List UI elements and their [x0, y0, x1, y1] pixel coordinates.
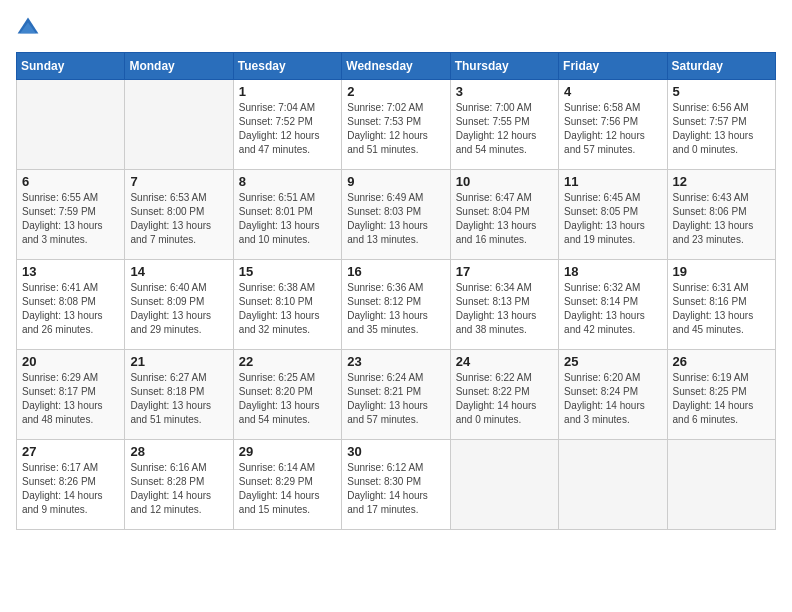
day-info: Sunrise: 6:17 AM Sunset: 8:26 PM Dayligh…: [22, 461, 119, 517]
day-number: 14: [130, 264, 227, 279]
calendar-cell: 16Sunrise: 6:36 AM Sunset: 8:12 PM Dayli…: [342, 260, 450, 350]
day-info: Sunrise: 7:02 AM Sunset: 7:53 PM Dayligh…: [347, 101, 444, 157]
day-number: 26: [673, 354, 770, 369]
day-number: 12: [673, 174, 770, 189]
calendar-cell: 5Sunrise: 6:56 AM Sunset: 7:57 PM Daylig…: [667, 80, 775, 170]
day-number: 30: [347, 444, 444, 459]
calendar-cell: 28Sunrise: 6:16 AM Sunset: 8:28 PM Dayli…: [125, 440, 233, 530]
day-number: 1: [239, 84, 336, 99]
day-number: 16: [347, 264, 444, 279]
day-info: Sunrise: 6:58 AM Sunset: 7:56 PM Dayligh…: [564, 101, 661, 157]
calendar-cell: 27Sunrise: 6:17 AM Sunset: 8:26 PM Dayli…: [17, 440, 125, 530]
page-header: [16, 16, 776, 40]
calendar-cell: 7Sunrise: 6:53 AM Sunset: 8:00 PM Daylig…: [125, 170, 233, 260]
logo-icon: [16, 16, 40, 40]
day-info: Sunrise: 6:55 AM Sunset: 7:59 PM Dayligh…: [22, 191, 119, 247]
weekday-saturday: Saturday: [667, 53, 775, 80]
day-number: 3: [456, 84, 553, 99]
weekday-monday: Monday: [125, 53, 233, 80]
calendar-cell: 19Sunrise: 6:31 AM Sunset: 8:16 PM Dayli…: [667, 260, 775, 350]
weekday-thursday: Thursday: [450, 53, 558, 80]
weekday-tuesday: Tuesday: [233, 53, 341, 80]
calendar-table: SundayMondayTuesdayWednesdayThursdayFrid…: [16, 52, 776, 530]
day-number: 11: [564, 174, 661, 189]
calendar-cell: 25Sunrise: 6:20 AM Sunset: 8:24 PM Dayli…: [559, 350, 667, 440]
day-number: 20: [22, 354, 119, 369]
day-info: Sunrise: 6:19 AM Sunset: 8:25 PM Dayligh…: [673, 371, 770, 427]
calendar-cell: 26Sunrise: 6:19 AM Sunset: 8:25 PM Dayli…: [667, 350, 775, 440]
day-info: Sunrise: 6:49 AM Sunset: 8:03 PM Dayligh…: [347, 191, 444, 247]
day-info: Sunrise: 6:34 AM Sunset: 8:13 PM Dayligh…: [456, 281, 553, 337]
calendar-body: 1Sunrise: 7:04 AM Sunset: 7:52 PM Daylig…: [17, 80, 776, 530]
calendar-cell: [125, 80, 233, 170]
calendar-cell: [450, 440, 558, 530]
day-number: 24: [456, 354, 553, 369]
day-number: 4: [564, 84, 661, 99]
week-row-3: 20Sunrise: 6:29 AM Sunset: 8:17 PM Dayli…: [17, 350, 776, 440]
day-number: 22: [239, 354, 336, 369]
calendar-cell: 21Sunrise: 6:27 AM Sunset: 8:18 PM Dayli…: [125, 350, 233, 440]
day-info: Sunrise: 6:40 AM Sunset: 8:09 PM Dayligh…: [130, 281, 227, 337]
calendar-cell: 11Sunrise: 6:45 AM Sunset: 8:05 PM Dayli…: [559, 170, 667, 260]
calendar-cell: 23Sunrise: 6:24 AM Sunset: 8:21 PM Dayli…: [342, 350, 450, 440]
day-number: 15: [239, 264, 336, 279]
day-info: Sunrise: 6:47 AM Sunset: 8:04 PM Dayligh…: [456, 191, 553, 247]
day-number: 23: [347, 354, 444, 369]
calendar-cell: 20Sunrise: 6:29 AM Sunset: 8:17 PM Dayli…: [17, 350, 125, 440]
day-number: 7: [130, 174, 227, 189]
day-info: Sunrise: 7:04 AM Sunset: 7:52 PM Dayligh…: [239, 101, 336, 157]
day-info: Sunrise: 6:25 AM Sunset: 8:20 PM Dayligh…: [239, 371, 336, 427]
calendar-cell: 22Sunrise: 6:25 AM Sunset: 8:20 PM Dayli…: [233, 350, 341, 440]
day-number: 29: [239, 444, 336, 459]
calendar-cell: 30Sunrise: 6:12 AM Sunset: 8:30 PM Dayli…: [342, 440, 450, 530]
calendar-cell: 24Sunrise: 6:22 AM Sunset: 8:22 PM Dayli…: [450, 350, 558, 440]
day-info: Sunrise: 6:22 AM Sunset: 8:22 PM Dayligh…: [456, 371, 553, 427]
week-row-4: 27Sunrise: 6:17 AM Sunset: 8:26 PM Dayli…: [17, 440, 776, 530]
calendar-cell: 2Sunrise: 7:02 AM Sunset: 7:53 PM Daylig…: [342, 80, 450, 170]
day-info: Sunrise: 6:36 AM Sunset: 8:12 PM Dayligh…: [347, 281, 444, 337]
day-number: 13: [22, 264, 119, 279]
calendar-cell: 9Sunrise: 6:49 AM Sunset: 8:03 PM Daylig…: [342, 170, 450, 260]
day-info: Sunrise: 6:53 AM Sunset: 8:00 PM Dayligh…: [130, 191, 227, 247]
logo: [16, 16, 44, 40]
calendar-cell: 6Sunrise: 6:55 AM Sunset: 7:59 PM Daylig…: [17, 170, 125, 260]
day-number: 17: [456, 264, 553, 279]
day-number: 25: [564, 354, 661, 369]
day-info: Sunrise: 6:45 AM Sunset: 8:05 PM Dayligh…: [564, 191, 661, 247]
day-number: 2: [347, 84, 444, 99]
day-number: 8: [239, 174, 336, 189]
day-number: 21: [130, 354, 227, 369]
day-number: 18: [564, 264, 661, 279]
day-number: 19: [673, 264, 770, 279]
day-info: Sunrise: 6:27 AM Sunset: 8:18 PM Dayligh…: [130, 371, 227, 427]
day-info: Sunrise: 7:00 AM Sunset: 7:55 PM Dayligh…: [456, 101, 553, 157]
day-number: 9: [347, 174, 444, 189]
day-info: Sunrise: 6:24 AM Sunset: 8:21 PM Dayligh…: [347, 371, 444, 427]
calendar-cell: 14Sunrise: 6:40 AM Sunset: 8:09 PM Dayli…: [125, 260, 233, 350]
weekday-sunday: Sunday: [17, 53, 125, 80]
day-info: Sunrise: 6:41 AM Sunset: 8:08 PM Dayligh…: [22, 281, 119, 337]
day-info: Sunrise: 6:12 AM Sunset: 8:30 PM Dayligh…: [347, 461, 444, 517]
day-info: Sunrise: 6:31 AM Sunset: 8:16 PM Dayligh…: [673, 281, 770, 337]
calendar-cell: [17, 80, 125, 170]
calendar-cell: [559, 440, 667, 530]
day-number: 5: [673, 84, 770, 99]
day-info: Sunrise: 6:38 AM Sunset: 8:10 PM Dayligh…: [239, 281, 336, 337]
day-number: 27: [22, 444, 119, 459]
day-info: Sunrise: 6:32 AM Sunset: 8:14 PM Dayligh…: [564, 281, 661, 337]
calendar-cell: 29Sunrise: 6:14 AM Sunset: 8:29 PM Dayli…: [233, 440, 341, 530]
day-info: Sunrise: 6:20 AM Sunset: 8:24 PM Dayligh…: [564, 371, 661, 427]
weekday-row: SundayMondayTuesdayWednesdayThursdayFrid…: [17, 53, 776, 80]
day-info: Sunrise: 6:51 AM Sunset: 8:01 PM Dayligh…: [239, 191, 336, 247]
calendar-cell: 8Sunrise: 6:51 AM Sunset: 8:01 PM Daylig…: [233, 170, 341, 260]
weekday-friday: Friday: [559, 53, 667, 80]
week-row-0: 1Sunrise: 7:04 AM Sunset: 7:52 PM Daylig…: [17, 80, 776, 170]
day-info: Sunrise: 6:14 AM Sunset: 8:29 PM Dayligh…: [239, 461, 336, 517]
day-number: 10: [456, 174, 553, 189]
week-row-1: 6Sunrise: 6:55 AM Sunset: 7:59 PM Daylig…: [17, 170, 776, 260]
calendar-cell: 1Sunrise: 7:04 AM Sunset: 7:52 PM Daylig…: [233, 80, 341, 170]
calendar-cell: 17Sunrise: 6:34 AM Sunset: 8:13 PM Dayli…: [450, 260, 558, 350]
day-info: Sunrise: 6:29 AM Sunset: 8:17 PM Dayligh…: [22, 371, 119, 427]
calendar-cell: [667, 440, 775, 530]
weekday-wednesday: Wednesday: [342, 53, 450, 80]
